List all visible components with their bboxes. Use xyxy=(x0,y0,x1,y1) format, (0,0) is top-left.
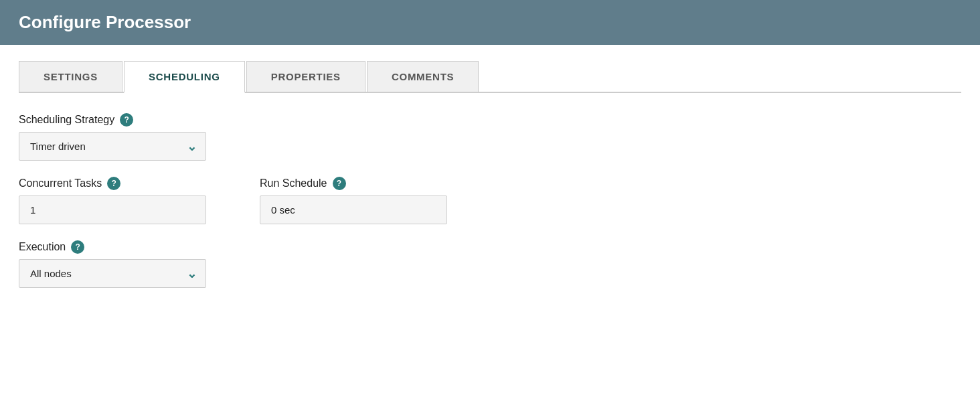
execution-select[interactable]: All nodes Primary node xyxy=(19,259,206,288)
execution-label: Execution ? xyxy=(19,240,961,254)
dialog-content: SETTINGS SCHEDULING PROPERTIES COMMENTS … xyxy=(0,45,980,320)
concurrent-tasks-label: Concurrent Tasks ? xyxy=(19,177,206,190)
concurrent-tasks-input[interactable] xyxy=(19,195,206,224)
tab-settings[interactable]: SETTINGS xyxy=(19,61,122,92)
execution-help-icon[interactable]: ? xyxy=(71,240,84,254)
scheduling-strategy-label: Scheduling Strategy ? xyxy=(19,113,961,127)
configure-processor-dialog: Configure Processor SETTINGS SCHEDULING … xyxy=(0,0,980,320)
dialog-header: Configure Processor xyxy=(0,0,980,45)
concurrent-tasks-help-icon[interactable]: ? xyxy=(107,177,120,190)
execution-select-wrapper: All nodes Primary node ⌄ xyxy=(19,259,206,288)
tab-scheduling[interactable]: SCHEDULING xyxy=(124,61,245,93)
run-schedule-input[interactable] xyxy=(260,195,447,224)
tab-properties[interactable]: PROPERTIES xyxy=(246,61,365,92)
scheduling-strategy-select[interactable]: Timer driven CRON driven Event driven xyxy=(19,132,206,161)
execution-section: Execution ? All nodes Primary node ⌄ xyxy=(19,240,961,288)
tab-comments[interactable]: COMMENTS xyxy=(367,61,479,92)
scheduling-strategy-select-wrapper: Timer driven CRON driven Event driven ⌄ xyxy=(19,132,206,161)
run-schedule-label: Run Schedule ? xyxy=(260,177,447,190)
concurrent-tasks-field: Concurrent Tasks ? xyxy=(19,177,206,224)
run-schedule-help-icon[interactable]: ? xyxy=(333,177,346,190)
tasks-schedule-section: Concurrent Tasks ? Run Schedule ? xyxy=(19,177,961,224)
dialog-title: Configure Processor xyxy=(19,12,191,32)
run-schedule-field: Run Schedule ? xyxy=(260,177,447,224)
tab-bar: SETTINGS SCHEDULING PROPERTIES COMMENTS xyxy=(19,61,961,93)
scheduling-strategy-help-icon[interactable]: ? xyxy=(120,113,133,127)
scheduling-strategy-section: Scheduling Strategy ? Timer driven CRON … xyxy=(19,113,961,161)
